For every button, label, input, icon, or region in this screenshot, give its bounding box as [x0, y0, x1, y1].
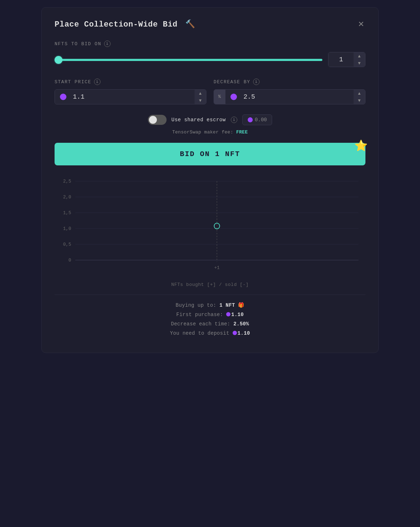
deposit-label: You need to deposit: [170, 330, 229, 336]
bid-button-label: BID ON 1 NFT: [180, 150, 240, 158]
modal-header: Place Collection-Wide Bid 🔨 ×: [55, 19, 365, 29]
nfts-slider-container: [55, 56, 322, 63]
percent-badge: %: [214, 90, 225, 104]
decrease-each-label: Decrease each time:: [171, 321, 230, 327]
maker-fee-value: FREE: [236, 130, 248, 135]
decrease-by-label-text: DECREASE BY: [214, 79, 250, 85]
start-price-label-text: START PRICE: [55, 79, 91, 85]
nfts-stepper-btns: ▲ ▼: [354, 52, 365, 67]
start-price-increment-btn[interactable]: ▲: [195, 90, 206, 97]
buying-up-to-line: Buying up to: 1 NFT 🎁: [55, 302, 365, 308]
escrow-label-text: Use shared escrow: [172, 117, 226, 123]
deposit-line: You need to deposit 1.10: [55, 330, 365, 336]
deposit-value: 1.10: [233, 330, 250, 336]
maker-fee-label: TensorSwap maker fee:: [172, 130, 233, 135]
escrow-info-icon[interactable]: i: [231, 117, 237, 123]
start-price-info-icon[interactable]: i: [94, 79, 101, 85]
svg-text:2,5: 2,5: [63, 179, 71, 184]
escrow-value-display: 0.00: [242, 114, 272, 125]
decrease-by-field: DECREASE BY i % ▲ ▼: [214, 79, 365, 104]
start-price-stepper: ▲ ▼: [195, 90, 206, 104]
decrease-by-info-icon[interactable]: i: [253, 79, 260, 85]
bid-button[interactable]: BID ON 1 NFT ⭐: [55, 143, 365, 165]
svg-text:1,5: 1,5: [63, 210, 71, 216]
nfts-number-input-group: ▲ ▼: [328, 52, 365, 67]
nfts-label-text: NFTS TO BID ON: [55, 41, 101, 47]
modal-title: Place Collection-Wide Bid 🔨: [55, 19, 195, 29]
chart-axis-label: NFTs bought [+] / sold [-]: [55, 282, 365, 287]
sol-icon-first-purchase: [226, 312, 230, 316]
svg-text:1,0: 1,0: [63, 226, 71, 231]
chart-svg: 2,5 2,0 1,5 1,0 0,5 0 +1: [55, 174, 365, 274]
buying-up-to-value: 1 NFT 🎁: [219, 302, 244, 308]
summary-section: Buying up to: 1 NFT 🎁 First purchase: 1.…: [55, 295, 365, 336]
nfts-number-input[interactable]: [328, 52, 354, 67]
modal-title-text: Place Collection-Wide Bid: [55, 20, 178, 29]
svg-text:0,5: 0,5: [63, 242, 71, 247]
maker-fee-row: TensorSwap maker fee: FREE: [55, 130, 365, 135]
decrease-by-stepper: ▲ ▼: [354, 90, 365, 104]
place-bid-modal: Place Collection-Wide Bid 🔨 × NFTS TO BI…: [41, 7, 379, 353]
start-price-input-wrap: ▲ ▼: [55, 89, 206, 104]
decrease-by-input-wrap: % ▲ ▼: [214, 89, 365, 104]
slider-row: ▲ ▼: [55, 52, 365, 67]
chart-axis-label-text: NFTs bought [+] / sold [-]: [171, 282, 249, 287]
chart-area: 2,5 2,0 1,5 1,0 0,5 0 +1: [55, 174, 365, 276]
close-button[interactable]: ×: [357, 19, 365, 29]
price-row: START PRICE i ▲ ▼ DECREASE BY i %: [55, 79, 365, 104]
nfts-decrement-btn[interactable]: ▼: [354, 60, 365, 67]
start-price-label: START PRICE i: [55, 79, 206, 85]
first-purchase-label: First purchase:: [176, 312, 223, 317]
svg-text:0: 0: [69, 258, 71, 263]
first-purchase-value: 1.10: [226, 312, 244, 317]
hammer-icon: 🔨: [185, 20, 195, 29]
escrow-row: Use shared escrow i 0.00: [55, 114, 365, 125]
decrease-each-line: Decrease each time: 2.50%: [55, 321, 365, 327]
decrease-by-increment-btn[interactable]: ▲: [354, 90, 365, 97]
first-purchase-line: First purchase: 1.10: [55, 312, 365, 317]
start-price-input[interactable]: [71, 90, 195, 104]
toggle-slider: [148, 115, 167, 125]
nfts-slider[interactable]: [55, 59, 322, 61]
svg-text:+1: +1: [214, 265, 220, 270]
decrease-each-value: 2.50%: [233, 321, 249, 327]
start-price-decrement-btn[interactable]: ▼: [195, 97, 206, 104]
escrow-value-text: 0.00: [255, 117, 267, 123]
start-price-field: START PRICE i ▲ ▼: [55, 79, 206, 104]
decrease-by-decrement-btn[interactable]: ▼: [354, 97, 365, 104]
nfts-increment-btn[interactable]: ▲: [354, 52, 365, 60]
nfts-section-label: NFTS TO BID ON i: [55, 41, 365, 47]
escrow-toggle[interactable]: [148, 115, 167, 125]
svg-text:2,0: 2,0: [63, 194, 71, 200]
nfts-info-icon[interactable]: i: [104, 41, 111, 47]
decrease-by-input[interactable]: [242, 90, 354, 104]
decrease-by-label: DECREASE BY i: [214, 79, 365, 85]
star-badge-icon: ⭐: [354, 139, 368, 152]
decrease-by-sol-icon: [225, 90, 242, 104]
buying-up-to-label: Buying up to:: [176, 302, 216, 308]
start-price-sol-icon: [55, 90, 71, 104]
sol-icon-deposit: [233, 331, 237, 335]
